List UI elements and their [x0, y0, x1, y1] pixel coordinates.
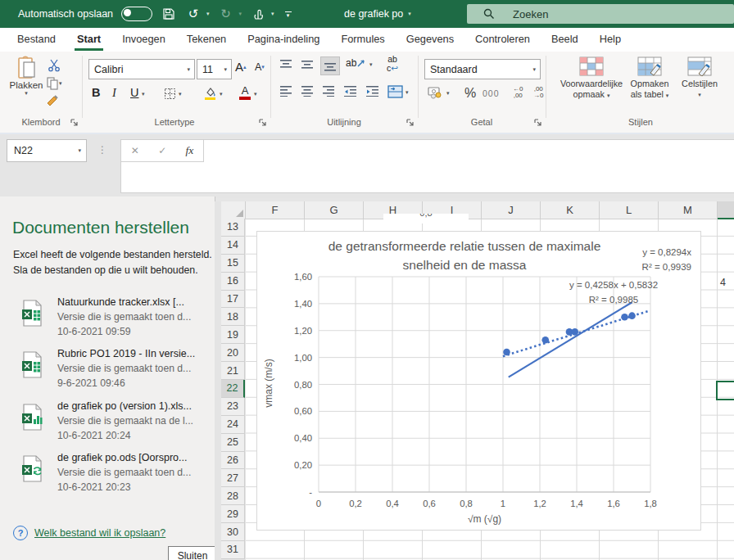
name-box[interactable]: N22 ▾: [7, 139, 87, 162]
save-icon[interactable]: [161, 5, 177, 23]
row-header-30[interactable]: 30: [221, 523, 245, 541]
row-header-22[interactable]: 22: [221, 380, 245, 398]
row-header-19[interactable]: 19: [221, 326, 245, 344]
row-header-23[interactable]: 23: [221, 398, 245, 416]
shrink-font-button[interactable]: A▾: [255, 61, 265, 73]
row-header-31[interactable]: 31: [221, 541, 245, 559]
font-color-button[interactable]: A: [239, 85, 251, 100]
clipboard-dialog-launcher[interactable]: [70, 119, 79, 127]
fill-color-dropdown-icon[interactable]: ▾: [220, 91, 223, 97]
merge-center-button[interactable]: [387, 85, 403, 98]
recovered-file-item[interactable]: Natuurkunde tracker.xlsx [... Versie die…: [0, 296, 215, 342]
alignment-dialog-launcher[interactable]: [406, 119, 415, 127]
undo-button[interactable]: ↺: [185, 5, 202, 23]
align-middle-button[interactable]: [301, 59, 314, 70]
paste-button[interactable]: Plakken ▾: [7, 56, 46, 97]
row-header-24[interactable]: 24: [221, 416, 245, 434]
cut-button[interactable]: [48, 58, 61, 72]
font-size-dropdown-icon[interactable]: ▾: [224, 66, 231, 73]
row-header-18[interactable]: 18: [221, 308, 245, 326]
search-box[interactable]: Zoeken: [467, 4, 734, 24]
paste-dropdown-icon[interactable]: ▾: [25, 90, 28, 97]
format-as-table-button[interactable]: Opmaken als tabel ▾: [624, 56, 675, 101]
touch-dropdown-icon[interactable]: ▾: [271, 11, 274, 17]
recovered-file-item[interactable]: Rubric PO1 2019 - IIn versie... Versie d…: [0, 348, 215, 394]
which-file-help-link[interactable]: Welk bestand wil ik opslaan?: [34, 527, 165, 539]
tab-start[interactable]: Start: [66, 28, 111, 52]
align-bottom-button[interactable]: [320, 56, 340, 75]
tab-help[interactable]: Help: [589, 28, 632, 52]
row-header-16[interactable]: 16: [221, 273, 245, 291]
x-axis-title[interactable]: √m (√g): [319, 513, 650, 525]
column-header-G[interactable]: G: [305, 201, 364, 219]
row-header-28[interactable]: 28: [221, 487, 245, 505]
font-size-combo[interactable]: 11 ▾: [197, 59, 232, 79]
insert-function-button[interactable]: fx: [186, 144, 194, 157]
row-header-15[interactable]: 15: [221, 255, 245, 273]
row-header-27[interactable]: 27: [221, 469, 245, 487]
document-title[interactable]: de grafiek po ▾: [344, 0, 411, 28]
tab-beeld[interactable]: Beeld: [541, 28, 589, 52]
column-header-F[interactable]: F: [246, 201, 305, 219]
scatter-chart[interactable]: 00,20,40,60,811,21,41,61,8-0,200,400,600…: [256, 231, 701, 531]
grow-font-button[interactable]: A▴: [235, 60, 247, 74]
tab-bestand[interactable]: Bestand: [7, 28, 66, 52]
orientation-button[interactable]: ab: [346, 57, 366, 69]
touch-mode-button[interactable]: [250, 5, 266, 23]
percent-style-button[interactable]: %: [464, 86, 476, 101]
font-dialog-launcher[interactable]: [259, 119, 267, 127]
cancel-icon[interactable]: ✕: [131, 145, 139, 156]
row-header-14[interactable]: 14: [221, 237, 245, 255]
font-name-dropdown-icon[interactable]: ▾: [187, 66, 194, 73]
autosave-toggle[interactable]: [121, 7, 152, 21]
underline-dropdown-icon[interactable]: ▾: [142, 91, 145, 97]
formula-bar-resize-handle[interactable]: ⋮: [97, 144, 107, 156]
chart-title[interactable]: de getransformeerde relatie tussen de ma…: [306, 237, 623, 274]
accounting-format-button[interactable]: [428, 86, 444, 99]
bold-button[interactable]: B: [92, 86, 100, 99]
merge-dropdown-icon[interactable]: ▾: [406, 89, 409, 96]
row-header-26[interactable]: 26: [221, 452, 245, 470]
row-header-13[interactable]: 13: [221, 219, 245, 237]
increase-decimal-button[interactable]: ←0,00: [513, 86, 523, 99]
number-format-combo[interactable]: Standaard ▾: [424, 59, 541, 79]
borders-dropdown-icon[interactable]: ▾: [179, 91, 182, 97]
font-color-dropdown-icon[interactable]: ▾: [254, 91, 257, 97]
italic-button[interactable]: I: [112, 86, 116, 100]
column-header-K[interactable]: K: [541, 201, 600, 219]
borders-button[interactable]: [164, 88, 176, 100]
trendline-equation-dotted[interactable]: y = 0,4258x + 0,5832 R² = 0,9985: [540, 278, 687, 307]
underline-button[interactable]: U: [130, 86, 138, 99]
column-header-M[interactable]: M: [659, 201, 718, 219]
close-pane-button[interactable]: Sluiten: [168, 546, 217, 560]
cell-N16[interactable]: 4: [720, 277, 726, 288]
align-center-button[interactable]: [301, 85, 314, 97]
tab-tekenen[interactable]: Tekenen: [176, 28, 237, 52]
align-top-button[interactable]: [279, 59, 292, 70]
tab-formules[interactable]: Formules: [330, 28, 395, 52]
column-header-J[interactable]: J: [482, 201, 541, 219]
y-axis-title[interactable]: vmax (m/s): [263, 326, 274, 440]
decrease-indent-button[interactable]: [343, 85, 357, 97]
undo-dropdown-icon[interactable]: ▾: [206, 11, 210, 17]
font-name-combo[interactable]: Calibri ▾: [88, 59, 195, 79]
copy-dropdown-icon[interactable]: ▾: [59, 80, 62, 87]
decrease-decimal-button[interactable]: ,00→0: [533, 86, 543, 99]
formula-input[interactable]: [120, 139, 734, 193]
accounting-dropdown-icon[interactable]: ▾: [446, 90, 450, 97]
tab-invoegen[interactable]: Invoegen: [111, 28, 176, 52]
format-painter-button[interactable]: [46, 94, 60, 107]
recovered-file-item[interactable]: de grafiek po.ods [Oorspro... Versie die…: [0, 452, 215, 498]
select-all-button[interactable]: [221, 201, 246, 219]
name-box-dropdown-icon[interactable]: ▾: [78, 147, 86, 154]
increase-indent-button[interactable]: [365, 85, 379, 97]
trendline-equation-solid[interactable]: y = 0,8294x R² = 0,9939: [642, 245, 691, 274]
conditional-formatting-button[interactable]: Voorwaardelijke opmaak ▾: [559, 56, 624, 101]
wrap-text-button[interactable]: ab c↩: [387, 55, 398, 73]
row-header-25[interactable]: 25: [221, 434, 245, 452]
row-header-17[interactable]: 17: [221, 291, 245, 309]
tab-pagina-indeling[interactable]: Pagina-indeling: [237, 28, 330, 52]
column-header-N[interactable]: [718, 201, 734, 219]
align-right-button[interactable]: [322, 85, 335, 97]
number-format-dropdown-icon[interactable]: ▾: [532, 66, 540, 73]
